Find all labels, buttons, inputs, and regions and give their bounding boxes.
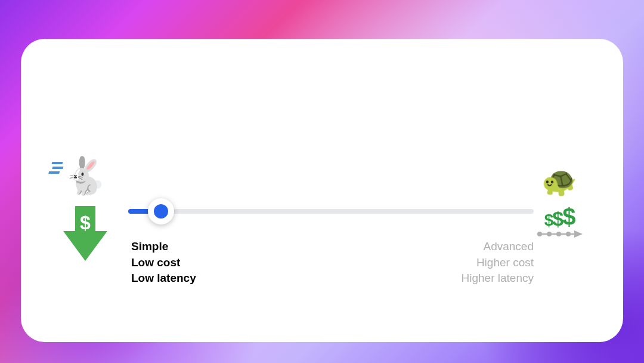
diagram-content: 🐇 $ 🐢 $ $ $ (51, 75, 593, 306)
content-card: 🐇 $ 🐢 $ $ $ (21, 39, 623, 342)
right-line-2: Higher cost (462, 255, 534, 271)
slider-thumb[interactable] (148, 198, 174, 224)
money-increasing-icon: $ $ $ (536, 205, 583, 238)
complexity-slider[interactable] (128, 209, 534, 214)
slider-track (128, 209, 534, 214)
right-endpoint: 🐢 $ $ $ (536, 167, 583, 238)
left-line-3: Low latency (131, 270, 196, 287)
svg-point-2 (547, 232, 552, 236)
rabbit-icon: 🐇 (63, 158, 107, 194)
left-line-2: Low cost (131, 255, 196, 271)
right-line-1: Advanced (462, 239, 534, 255)
left-line-1: Simple (131, 239, 196, 255)
left-labels: Simple Low cost Low latency (131, 239, 196, 287)
steps-arrow-icon (536, 230, 583, 238)
right-line-3: Higher latency (462, 270, 534, 287)
right-labels: Advanced Higher cost Higher latency (462, 239, 534, 287)
dollar-signs: $ $ $ (544, 205, 575, 229)
svg-point-4 (566, 232, 571, 236)
down-arrow-icon: $ (63, 206, 107, 261)
svg-point-3 (556, 232, 561, 236)
turtle-icon: 🐢 (541, 167, 577, 196)
left-endpoint: 🐇 $ (63, 158, 107, 261)
dollar-sign: $ (80, 212, 91, 233)
svg-point-1 (537, 232, 542, 236)
